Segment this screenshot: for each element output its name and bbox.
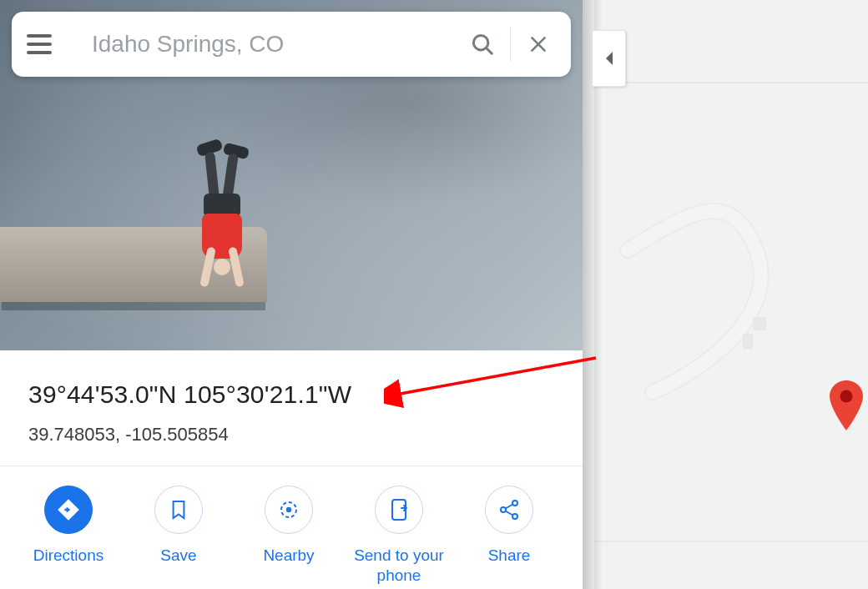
- coordinates-dms: 39°44'53.0"N 105°30'21.1"W: [28, 380, 554, 409]
- send-label: Send to your phone: [344, 546, 454, 586]
- place-panel: 39°44'53.0"N 105°30'21.1"W 39.748053, -1…: [0, 0, 583, 589]
- close-icon[interactable]: [514, 20, 563, 68]
- svg-line-14: [506, 505, 513, 509]
- map-pin-icon[interactable]: [826, 380, 866, 430]
- svg-point-2: [840, 390, 853, 403]
- svg-point-11: [501, 507, 506, 512]
- svg-point-13: [512, 514, 517, 519]
- send-to-phone-button[interactable]: Send to your phone: [344, 486, 454, 586]
- menu-icon[interactable]: [27, 29, 57, 59]
- panel-shadow: [583, 0, 603, 589]
- divider: [0, 466, 583, 466]
- search-icon[interactable]: [458, 20, 507, 68]
- map-road: [594, 0, 868, 589]
- search-input[interactable]: [92, 31, 458, 58]
- place-actions: Directions Save Nearby: [0, 481, 583, 586]
- save-button[interactable]: Save: [124, 486, 234, 566]
- coordinates-decimal: 39.748053, -105.505854: [28, 424, 554, 446]
- directions-icon: [44, 486, 93, 534]
- share-button[interactable]: Share: [454, 486, 564, 566]
- nearby-label: Nearby: [263, 546, 314, 566]
- svg-point-9: [286, 507, 291, 512]
- place-info: 39°44'53.0"N 105°30'21.1"W 39.748053, -1…: [0, 350, 583, 462]
- search-bar: [12, 12, 571, 77]
- svg-line-15: [506, 511, 513, 516]
- hero-figure: [194, 142, 252, 300]
- svg-rect-0: [753, 317, 766, 330]
- collapse-panel-button[interactable]: [593, 30, 626, 87]
- save-label: Save: [160, 546, 196, 566]
- nearby-button[interactable]: Nearby: [234, 486, 344, 566]
- search-divider: [510, 27, 511, 62]
- svg-line-4: [487, 48, 492, 54]
- send-to-phone-icon: [375, 486, 423, 534]
- share-icon: [485, 486, 533, 534]
- svg-rect-1: [743, 334, 753, 349]
- svg-point-12: [512, 501, 517, 506]
- nearby-icon: [265, 486, 313, 534]
- directions-label: Directions: [33, 546, 103, 566]
- bookmark-icon: [154, 486, 203, 534]
- directions-button[interactable]: Directions: [13, 486, 124, 566]
- map-canvas[interactable]: [594, 0, 868, 589]
- share-label: Share: [488, 546, 531, 566]
